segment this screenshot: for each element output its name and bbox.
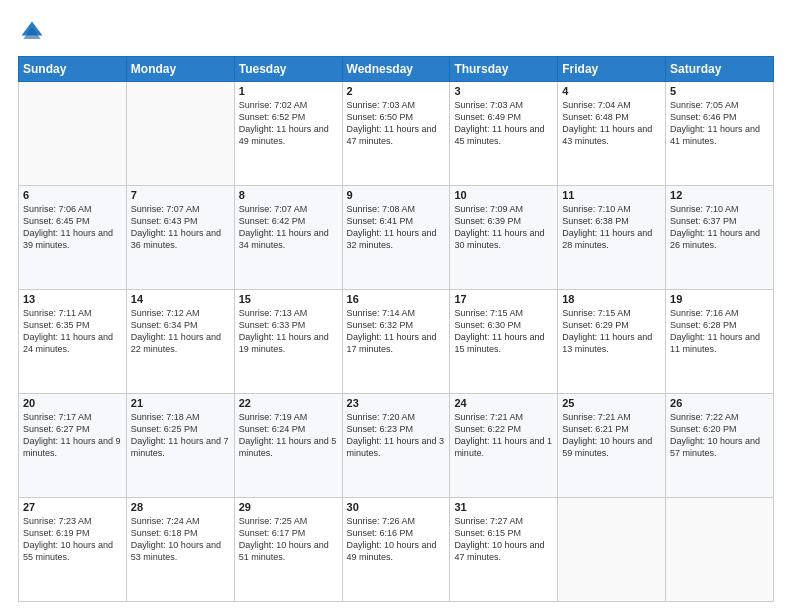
day-number: 4 <box>562 85 661 97</box>
cell-info: Sunrise: 7:20 AM Sunset: 6:23 PM Dayligh… <box>347 411 446 460</box>
weekday-header-monday: Monday <box>126 57 234 82</box>
day-number: 9 <box>347 189 446 201</box>
week-row-0: 1Sunrise: 7:02 AM Sunset: 6:52 PM Daylig… <box>19 82 774 186</box>
day-number: 20 <box>23 397 122 409</box>
cal-cell: 30Sunrise: 7:26 AM Sunset: 6:16 PM Dayli… <box>342 498 450 602</box>
cell-info: Sunrise: 7:17 AM Sunset: 6:27 PM Dayligh… <box>23 411 122 460</box>
cell-info: Sunrise: 7:25 AM Sunset: 6:17 PM Dayligh… <box>239 515 338 564</box>
day-number: 11 <box>562 189 661 201</box>
cal-cell: 31Sunrise: 7:27 AM Sunset: 6:15 PM Dayli… <box>450 498 558 602</box>
logo <box>18 18 50 46</box>
page: SundayMondayTuesdayWednesdayThursdayFrid… <box>0 0 792 612</box>
day-number: 14 <box>131 293 230 305</box>
cal-cell: 20Sunrise: 7:17 AM Sunset: 6:27 PM Dayli… <box>19 394 127 498</box>
cell-info: Sunrise: 7:09 AM Sunset: 6:39 PM Dayligh… <box>454 203 553 252</box>
week-row-2: 13Sunrise: 7:11 AM Sunset: 6:35 PM Dayli… <box>19 290 774 394</box>
cal-cell: 13Sunrise: 7:11 AM Sunset: 6:35 PM Dayli… <box>19 290 127 394</box>
day-number: 13 <box>23 293 122 305</box>
day-number: 21 <box>131 397 230 409</box>
cell-info: Sunrise: 7:21 AM Sunset: 6:21 PM Dayligh… <box>562 411 661 460</box>
day-number: 22 <box>239 397 338 409</box>
cell-info: Sunrise: 7:12 AM Sunset: 6:34 PM Dayligh… <box>131 307 230 356</box>
cell-info: Sunrise: 7:19 AM Sunset: 6:24 PM Dayligh… <box>239 411 338 460</box>
cal-cell: 7Sunrise: 7:07 AM Sunset: 6:43 PM Daylig… <box>126 186 234 290</box>
cell-info: Sunrise: 7:04 AM Sunset: 6:48 PM Dayligh… <box>562 99 661 148</box>
day-number: 19 <box>670 293 769 305</box>
day-number: 30 <box>347 501 446 513</box>
cell-info: Sunrise: 7:18 AM Sunset: 6:25 PM Dayligh… <box>131 411 230 460</box>
cal-cell: 8Sunrise: 7:07 AM Sunset: 6:42 PM Daylig… <box>234 186 342 290</box>
cal-cell: 25Sunrise: 7:21 AM Sunset: 6:21 PM Dayli… <box>558 394 666 498</box>
cal-cell: 15Sunrise: 7:13 AM Sunset: 6:33 PM Dayli… <box>234 290 342 394</box>
day-number: 28 <box>131 501 230 513</box>
day-number: 8 <box>239 189 338 201</box>
cal-cell: 10Sunrise: 7:09 AM Sunset: 6:39 PM Dayli… <box>450 186 558 290</box>
cal-cell <box>19 82 127 186</box>
day-number: 16 <box>347 293 446 305</box>
cal-cell: 2Sunrise: 7:03 AM Sunset: 6:50 PM Daylig… <box>342 82 450 186</box>
cal-cell <box>558 498 666 602</box>
cell-info: Sunrise: 7:05 AM Sunset: 6:46 PM Dayligh… <box>670 99 769 148</box>
day-number: 26 <box>670 397 769 409</box>
cal-cell: 5Sunrise: 7:05 AM Sunset: 6:46 PM Daylig… <box>666 82 774 186</box>
cal-cell: 26Sunrise: 7:22 AM Sunset: 6:20 PM Dayli… <box>666 394 774 498</box>
cell-info: Sunrise: 7:26 AM Sunset: 6:16 PM Dayligh… <box>347 515 446 564</box>
day-number: 10 <box>454 189 553 201</box>
cell-info: Sunrise: 7:07 AM Sunset: 6:43 PM Dayligh… <box>131 203 230 252</box>
cal-cell: 21Sunrise: 7:18 AM Sunset: 6:25 PM Dayli… <box>126 394 234 498</box>
day-number: 17 <box>454 293 553 305</box>
cal-cell: 24Sunrise: 7:21 AM Sunset: 6:22 PM Dayli… <box>450 394 558 498</box>
calendar-table: SundayMondayTuesdayWednesdayThursdayFrid… <box>18 56 774 602</box>
cell-info: Sunrise: 7:16 AM Sunset: 6:28 PM Dayligh… <box>670 307 769 356</box>
cell-info: Sunrise: 7:11 AM Sunset: 6:35 PM Dayligh… <box>23 307 122 356</box>
cal-cell: 23Sunrise: 7:20 AM Sunset: 6:23 PM Dayli… <box>342 394 450 498</box>
weekday-header-friday: Friday <box>558 57 666 82</box>
cell-info: Sunrise: 7:07 AM Sunset: 6:42 PM Dayligh… <box>239 203 338 252</box>
cal-cell: 4Sunrise: 7:04 AM Sunset: 6:48 PM Daylig… <box>558 82 666 186</box>
cell-info: Sunrise: 7:14 AM Sunset: 6:32 PM Dayligh… <box>347 307 446 356</box>
day-number: 7 <box>131 189 230 201</box>
day-number: 27 <box>23 501 122 513</box>
day-number: 5 <box>670 85 769 97</box>
cal-cell: 17Sunrise: 7:15 AM Sunset: 6:30 PM Dayli… <box>450 290 558 394</box>
day-number: 3 <box>454 85 553 97</box>
weekday-header-tuesday: Tuesday <box>234 57 342 82</box>
cal-cell: 12Sunrise: 7:10 AM Sunset: 6:37 PM Dayli… <box>666 186 774 290</box>
cal-cell: 3Sunrise: 7:03 AM Sunset: 6:49 PM Daylig… <box>450 82 558 186</box>
day-number: 18 <box>562 293 661 305</box>
day-number: 31 <box>454 501 553 513</box>
cal-cell: 19Sunrise: 7:16 AM Sunset: 6:28 PM Dayli… <box>666 290 774 394</box>
day-number: 6 <box>23 189 122 201</box>
day-number: 12 <box>670 189 769 201</box>
cal-cell: 14Sunrise: 7:12 AM Sunset: 6:34 PM Dayli… <box>126 290 234 394</box>
cell-info: Sunrise: 7:03 AM Sunset: 6:49 PM Dayligh… <box>454 99 553 148</box>
cell-info: Sunrise: 7:23 AM Sunset: 6:19 PM Dayligh… <box>23 515 122 564</box>
week-row-3: 20Sunrise: 7:17 AM Sunset: 6:27 PM Dayli… <box>19 394 774 498</box>
cell-info: Sunrise: 7:15 AM Sunset: 6:29 PM Dayligh… <box>562 307 661 356</box>
cell-info: Sunrise: 7:15 AM Sunset: 6:30 PM Dayligh… <box>454 307 553 356</box>
cal-cell: 16Sunrise: 7:14 AM Sunset: 6:32 PM Dayli… <box>342 290 450 394</box>
weekday-header-wednesday: Wednesday <box>342 57 450 82</box>
cell-info: Sunrise: 7:03 AM Sunset: 6:50 PM Dayligh… <box>347 99 446 148</box>
header <box>18 18 774 46</box>
cal-cell <box>126 82 234 186</box>
cal-cell: 29Sunrise: 7:25 AM Sunset: 6:17 PM Dayli… <box>234 498 342 602</box>
cal-cell: 1Sunrise: 7:02 AM Sunset: 6:52 PM Daylig… <box>234 82 342 186</box>
cal-cell: 6Sunrise: 7:06 AM Sunset: 6:45 PM Daylig… <box>19 186 127 290</box>
day-number: 24 <box>454 397 553 409</box>
cell-info: Sunrise: 7:10 AM Sunset: 6:37 PM Dayligh… <box>670 203 769 252</box>
logo-icon <box>18 18 46 46</box>
day-number: 15 <box>239 293 338 305</box>
cell-info: Sunrise: 7:06 AM Sunset: 6:45 PM Dayligh… <box>23 203 122 252</box>
cell-info: Sunrise: 7:08 AM Sunset: 6:41 PM Dayligh… <box>347 203 446 252</box>
weekday-header-saturday: Saturday <box>666 57 774 82</box>
cell-info: Sunrise: 7:22 AM Sunset: 6:20 PM Dayligh… <box>670 411 769 460</box>
cal-cell: 18Sunrise: 7:15 AM Sunset: 6:29 PM Dayli… <box>558 290 666 394</box>
cal-cell <box>666 498 774 602</box>
cell-info: Sunrise: 7:13 AM Sunset: 6:33 PM Dayligh… <box>239 307 338 356</box>
cell-info: Sunrise: 7:10 AM Sunset: 6:38 PM Dayligh… <box>562 203 661 252</box>
cal-cell: 27Sunrise: 7:23 AM Sunset: 6:19 PM Dayli… <box>19 498 127 602</box>
week-row-4: 27Sunrise: 7:23 AM Sunset: 6:19 PM Dayli… <box>19 498 774 602</box>
weekday-header-thursday: Thursday <box>450 57 558 82</box>
weekday-header-sunday: Sunday <box>19 57 127 82</box>
